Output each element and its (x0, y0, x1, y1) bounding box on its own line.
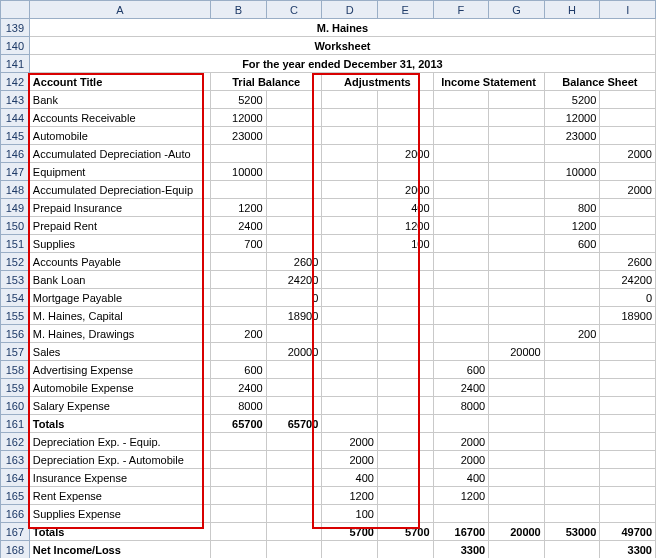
cell[interactable] (544, 253, 600, 271)
cell[interactable] (322, 307, 378, 325)
col-header-G[interactable]: G (489, 1, 545, 19)
cell[interactable] (211, 505, 267, 523)
cell[interactable] (600, 379, 656, 397)
row-header[interactable]: 144 (1, 109, 30, 127)
cell[interactable] (211, 253, 267, 271)
cell[interactable] (377, 469, 433, 487)
cell[interactable] (600, 397, 656, 415)
cell[interactable] (544, 271, 600, 289)
cell[interactable]: 1200 (211, 199, 267, 217)
cell-account[interactable]: Accounts Receivable (29, 109, 210, 127)
cell[interactable] (489, 415, 545, 433)
row-header[interactable]: 142 (1, 73, 30, 91)
row-header[interactable]: 166 (1, 505, 30, 523)
cell[interactable] (377, 505, 433, 523)
cell[interactable] (266, 181, 322, 199)
cell[interactable] (544, 343, 600, 361)
cell-account[interactable]: Automobile (29, 127, 210, 145)
cell[interactable] (489, 361, 545, 379)
cell[interactable] (600, 451, 656, 469)
cell[interactable] (433, 181, 489, 199)
cell[interactable] (211, 451, 267, 469)
cell[interactable] (266, 487, 322, 505)
cell[interactable] (600, 109, 656, 127)
cell[interactable] (322, 181, 378, 199)
row-header[interactable]: 158 (1, 361, 30, 379)
cell[interactable] (544, 361, 600, 379)
cell[interactable] (433, 91, 489, 109)
title-company[interactable]: M. Haines (29, 19, 655, 37)
cell[interactable] (266, 163, 322, 181)
cell[interactable]: 10000 (544, 163, 600, 181)
cell[interactable]: 2000 (322, 451, 378, 469)
cell[interactable] (266, 361, 322, 379)
cell[interactable] (489, 487, 545, 505)
cell[interactable] (322, 325, 378, 343)
cell-account[interactable]: Automobile Expense (29, 379, 210, 397)
cell[interactable]: 24200 (266, 271, 322, 289)
col-header-E[interactable]: E (377, 1, 433, 19)
cell[interactable]: 2600 (600, 253, 656, 271)
cell[interactable]: 400 (377, 199, 433, 217)
cell[interactable]: 24200 (600, 271, 656, 289)
cell[interactable] (600, 487, 656, 505)
cell[interactable] (377, 541, 433, 559)
cell[interactable] (433, 163, 489, 181)
cell[interactable]: 2600 (266, 253, 322, 271)
cell[interactable] (600, 91, 656, 109)
hdr-balance-sheet[interactable]: Balance Sheet (544, 73, 655, 91)
cell[interactable] (322, 127, 378, 145)
cell-account[interactable]: Depreciation Exp. - Automobile (29, 451, 210, 469)
cell[interactable]: 3300 (433, 541, 489, 559)
cell[interactable]: 400 (433, 469, 489, 487)
col-header-I[interactable]: I (600, 1, 656, 19)
cell[interactable] (377, 325, 433, 343)
cell[interactable] (211, 145, 267, 163)
cell[interactable]: 2400 (433, 379, 489, 397)
cell[interactable] (433, 217, 489, 235)
row-header[interactable]: 153 (1, 271, 30, 289)
cell[interactable] (377, 91, 433, 109)
cell[interactable] (600, 415, 656, 433)
cell[interactable] (266, 235, 322, 253)
cell[interactable]: 200 (211, 325, 267, 343)
cell[interactable]: 0 (266, 289, 322, 307)
row-header[interactable]: 165 (1, 487, 30, 505)
cell[interactable]: 100 (322, 505, 378, 523)
cell[interactable] (489, 451, 545, 469)
cell[interactable] (322, 145, 378, 163)
cell[interactable]: 1200 (322, 487, 378, 505)
cell[interactable] (322, 397, 378, 415)
cell[interactable] (489, 307, 545, 325)
cell[interactable]: 2000 (377, 145, 433, 163)
col-header-B[interactable]: B (211, 1, 267, 19)
cell[interactable]: 2400 (211, 217, 267, 235)
cell[interactable]: 400 (322, 469, 378, 487)
cell[interactable]: 600 (211, 361, 267, 379)
cell[interactable] (600, 343, 656, 361)
row-header[interactable]: 161 (1, 415, 30, 433)
cell[interactable]: 5200 (544, 91, 600, 109)
cell[interactable]: 2000 (433, 433, 489, 451)
cell[interactable] (544, 307, 600, 325)
cell[interactable] (600, 235, 656, 253)
cell[interactable] (211, 487, 267, 505)
col-header-A[interactable]: A (29, 1, 210, 19)
cell[interactable] (433, 199, 489, 217)
cell[interactable] (322, 271, 378, 289)
cell[interactable] (322, 379, 378, 397)
cell[interactable] (600, 127, 656, 145)
cell[interactable]: 12000 (211, 109, 267, 127)
cell-account[interactable]: Totals (29, 415, 210, 433)
cell[interactable] (544, 433, 600, 451)
row-header[interactable]: 164 (1, 469, 30, 487)
cell[interactable] (544, 505, 600, 523)
cell[interactable]: 2000 (433, 451, 489, 469)
cell[interactable]: 700 (211, 235, 267, 253)
cell[interactable] (489, 397, 545, 415)
cell[interactable] (322, 235, 378, 253)
cell[interactable] (600, 361, 656, 379)
cell[interactable] (544, 397, 600, 415)
cell[interactable]: 5700 (322, 523, 378, 541)
cell[interactable]: 10000 (211, 163, 267, 181)
